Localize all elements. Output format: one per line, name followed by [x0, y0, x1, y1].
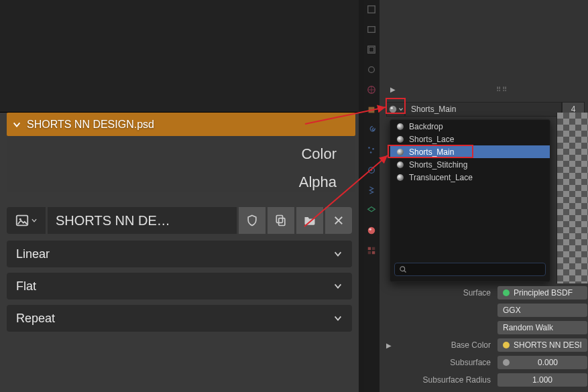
distribution-dropdown[interactable]: GGX: [497, 304, 587, 317]
svg-rect-10: [369, 107, 375, 113]
properties-tab-strip: [364, 0, 379, 392]
material-browse-popup: Backdrop Shorts_Lace Shorts_Main Shorts_…: [390, 119, 550, 282]
svg-rect-19: [372, 247, 375, 250]
chevron-down-icon: [398, 107, 404, 112]
chevron-down-icon: [333, 314, 343, 323]
svg-point-12: [372, 148, 374, 150]
tab-texture-icon[interactable]: [366, 245, 377, 256]
prop-label-basecolor: Base Color: [397, 340, 493, 350]
material-search-row: [394, 263, 546, 276]
prop-label-subsurface: Subsurface: [397, 358, 493, 367]
svg-point-15: [371, 170, 373, 172]
svg-point-17: [369, 228, 372, 231]
material-list-item[interactable]: Backdrop: [390, 120, 550, 133]
projection-dropdown[interactable]: Flat: [7, 273, 352, 300]
svg-rect-18: [368, 247, 371, 250]
svg-rect-2: [279, 218, 285, 226]
surface-panel: Surface Principled BSDF GGX Random Walk …: [386, 284, 588, 389]
fake-user-button[interactable]: [239, 207, 266, 234]
node-properties-panel: SHORTS NN DESIGN.psd Color Alpha SHORTS …: [0, 0, 359, 392]
prop-label-surface: Surface: [397, 288, 493, 298]
svg-rect-4: [368, 6, 375, 13]
disclosure-triangle[interactable]: ▶: [390, 86, 396, 93]
material-list-item[interactable]: Shorts_Stitching: [390, 158, 550, 171]
node-socket-icon: [503, 342, 510, 348]
svg-point-24: [400, 267, 405, 271]
material-sphere-icon: [397, 149, 404, 155]
svg-rect-3: [276, 216, 282, 223]
tab-constraints-icon[interactable]: [366, 185, 377, 196]
svg-rect-20: [368, 251, 371, 254]
material-sphere-icon: [397, 136, 404, 143]
duplicate-button[interactable]: [268, 207, 294, 234]
node-socket-icon: [503, 289, 510, 296]
sss-method-dropdown[interactable]: Random Walk: [497, 321, 587, 334]
tab-data-icon[interactable]: [366, 205, 377, 216]
copy-icon: [274, 214, 288, 227]
image-datablock-row: SHORTS NN DE…: [7, 207, 352, 234]
output-socket-color: Color: [7, 136, 355, 164]
panel-header-title: SHORTS NN DESIGN.psd: [27, 119, 154, 131]
svg-point-23: [390, 107, 393, 110]
tab-material-icon[interactable]: [366, 225, 377, 236]
unlink-button[interactable]: [325, 207, 352, 234]
material-list-item[interactable]: Translucent_Lace: [390, 171, 550, 184]
material-sphere-icon: [397, 161, 404, 168]
dropdown-label: Repeat: [16, 312, 55, 326]
output-socket-alpha: Alpha: [7, 164, 355, 192]
svg-point-13: [370, 151, 372, 153]
tab-output-icon[interactable]: [366, 24, 377, 35]
tab-modifiers-icon[interactable]: [366, 125, 377, 135]
extension-dropdown[interactable]: Repeat: [7, 305, 352, 332]
material-list-item[interactable]: Shorts_Lace: [390, 133, 550, 145]
surface-shader-dropdown[interactable]: Principled BSDF: [497, 286, 587, 300]
svg-rect-21: [372, 251, 375, 254]
svg-point-22: [389, 106, 396, 113]
material-list-item-selected[interactable]: Shorts_Main: [390, 145, 550, 158]
tab-render-icon[interactable]: [366, 4, 377, 15]
tab-scene-icon[interactable]: [366, 64, 377, 75]
close-icon: [333, 214, 345, 226]
tab-physics-icon[interactable]: [366, 165, 377, 176]
chevron-down-icon: [333, 249, 343, 259]
tab-particles-icon[interactable]: [366, 145, 377, 155]
chevron-down-icon: [12, 120, 21, 129]
tab-object-icon[interactable]: [366, 105, 377, 115]
prop-label-subsurfaceradius: Subsurface Radius: [397, 375, 493, 385]
node-socket-icon: [503, 359, 510, 366]
tab-viewlayer-icon[interactable]: [366, 44, 377, 55]
chevron-down-icon: [31, 217, 38, 224]
panel-header-image-texture[interactable]: SHORTS NN DESIGN.psd: [7, 113, 355, 136]
material-preview-checker: [556, 113, 588, 283]
svg-rect-7: [369, 48, 374, 52]
dropdown-label: Flat: [16, 279, 36, 293]
chevron-down-icon: [333, 281, 343, 291]
open-image-button[interactable]: [296, 207, 323, 234]
subsurface-radius-value[interactable]: 1.000: [497, 373, 587, 387]
tab-world-icon[interactable]: [366, 84, 377, 95]
material-sphere-icon: [397, 123, 404, 130]
grip-dots-icon[interactable]: ⠿⠿: [496, 86, 508, 93]
material-name-field[interactable]: Shorts_Main: [405, 102, 562, 117]
interpolation-dropdown[interactable]: Linear: [7, 241, 352, 267]
image-name-field[interactable]: SHORTS NN DE…: [48, 207, 237, 234]
dropdown-label: Linear: [16, 247, 50, 261]
svg-rect-5: [368, 27, 375, 33]
search-icon: [399, 265, 407, 273]
shield-icon: [245, 214, 259, 227]
material-sphere-icon: [388, 105, 398, 114]
material-sphere-icon: [397, 174, 404, 181]
basecolor-linked-field[interactable]: SHORTS NN DESIGN.psd: [497, 338, 587, 352]
svg-point-8: [369, 67, 375, 73]
subsurface-value[interactable]: 0.000: [497, 356, 587, 369]
material-browse-button[interactable]: [386, 102, 405, 117]
header-spacer: [0, 0, 359, 113]
material-search-input[interactable]: [411, 265, 541, 274]
node-outputs: Color Alpha: [7, 136, 355, 192]
disclosure-triangle[interactable]: ▶: [386, 342, 393, 349]
svg-point-16: [368, 227, 375, 235]
folder-icon: [303, 214, 316, 227]
image-browse-button[interactable]: [7, 207, 46, 234]
material-datablock-row: Shorts_Main 4: [386, 102, 585, 117]
image-icon: [15, 213, 30, 228]
